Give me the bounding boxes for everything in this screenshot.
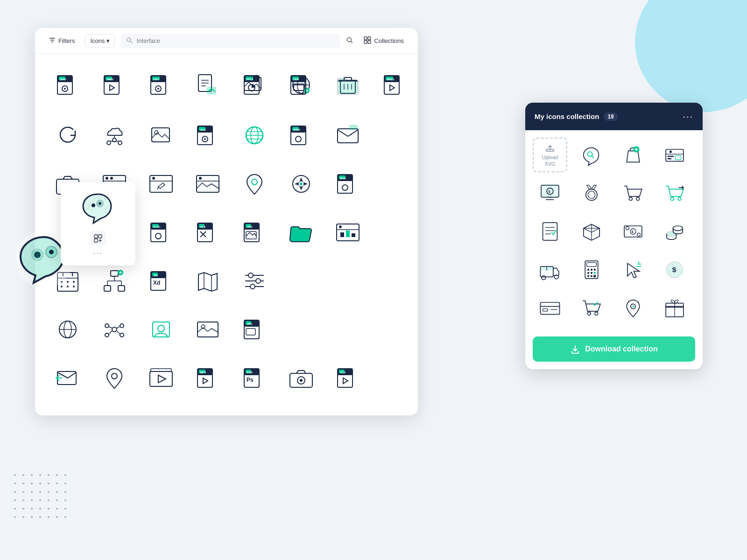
icon-flac[interactable]: .FLAC [138,209,184,256]
icon-jpg-small[interactable]: .JPG [231,306,278,353]
icon-aac[interactable]: .AAC [184,112,231,159]
collection-icon-receipt[interactable] [533,214,567,249]
svg-point-209 [99,202,101,205]
icon-user-profile[interactable] [138,306,184,353]
svg-line-97 [157,187,158,189]
svg-point-271 [591,272,592,274]
icon-location-pin[interactable] [231,161,278,207]
svg-marker-193 [203,378,208,384]
svg-marker-206 [343,378,348,384]
icon-chart-display[interactable] [324,209,371,256]
search-input[interactable] [136,37,335,44]
collection-icon-dollar-circle[interactable]: $ [657,252,692,287]
icon-aiff[interactable]: .AIFF [138,62,184,108]
filters-button[interactable]: Filters [44,34,79,48]
icon-globe-green[interactable] [231,112,278,159]
collection-title: My icons collection 19 [535,112,618,121]
icon-pptx[interactable]: .PPTX [231,62,278,108]
collection-icon-cart-check[interactable] [574,291,609,325]
icon-compass[interactable] [278,161,324,207]
icon-mail-send[interactable] [44,355,91,401]
collection-icon-medal[interactable] [574,176,609,210]
svg-rect-220 [546,149,554,151]
collection-icon-cart[interactable] [616,176,650,210]
icons-dropdown[interactable]: Icons ▾ [85,34,115,48]
svg-point-285 [587,312,591,315]
svg-point-93 [110,177,113,180]
icon-folder-open-green[interactable] [278,209,324,256]
collection-icon-box[interactable] [574,214,609,249]
icon-mp4[interactable]: .MP4 [184,355,231,401]
icon-wav[interactable]: .WAV [44,62,91,108]
icon-psd[interactable]: .PSD Ps [231,355,278,401]
chevron-down-icon: ▾ [106,37,110,44]
collection-icon-cash[interactable]: $ [616,214,650,249]
icons-dropdown-label: Icons [90,37,105,44]
icon-browser-edit[interactable] [138,161,184,207]
icon-mail[interactable] [324,112,371,159]
add-to-collection-button[interactable] [90,231,106,246]
icon-xd[interactable]: .XD Xd [138,258,184,304]
svg-line-4 [131,41,133,43]
icon-location-2[interactable] [91,355,138,401]
grid-icon [364,36,371,45]
icon-document[interactable] [184,62,231,108]
icon-network-dots[interactable] [91,306,138,353]
svg-point-84 [296,136,301,142]
icon-video-player[interactable] [138,355,184,401]
icon-globe-small[interactable] [44,306,91,353]
svg-point-101 [252,179,257,185]
collection-icon-id-card[interactable] [657,138,692,172]
svg-point-267 [587,269,589,271]
collection-icon-location[interactable] [616,291,650,325]
collection-icon-credit-card[interactable] [533,291,567,325]
icon-sliders[interactable] [231,258,278,304]
icon-m4a[interactable]: .M4A [324,161,371,207]
icon-flv[interactable]: .FLV [324,355,371,401]
icon-refresh[interactable] [44,112,91,159]
svg-rect-10 [368,41,371,43]
icon-xls[interactable]: .XLS [184,209,231,256]
upload-svg-button[interactable]: Upload SVG [533,138,567,172]
collection-icon-shopping-add[interactable] [616,138,650,172]
svg-point-169 [120,333,124,337]
icon-jpg[interactable]: .JPG [231,209,278,256]
collection-icon-coins[interactable] [657,214,692,249]
filter-icon [49,37,56,45]
collection-icons-grid: Upload SVG [525,130,703,333]
svg-point-207 [92,203,95,207]
svg-rect-229 [668,156,674,157]
svg-text:.MP4: .MP4 [199,371,206,374]
collection-icon-delivery[interactable] [533,252,567,287]
svg-point-108 [342,185,348,190]
hover-card-dots[interactable]: ··· [68,248,128,258]
svg-point-257 [637,233,641,236]
icon-odp[interactable]: .ODP [278,62,324,108]
icon-mpeg[interactable]: .MPEG [371,62,418,108]
collection-menu-button[interactable]: ··· [683,111,693,122]
collection-icon-cursor[interactable] [616,252,650,287]
icon-map-image[interactable] [184,161,231,207]
icon-cloud-network[interactable] [91,112,138,159]
download-collection-button[interactable]: Download collection [533,336,695,362]
icon-map-fold[interactable] [184,258,231,304]
icon-image-2[interactable] [184,306,231,353]
icon-image[interactable] [138,112,184,159]
icon-camera-2[interactable] [278,355,324,401]
collection-icon-price-monitor[interactable]: $ [533,176,567,210]
icon-wmv[interactable]: .WMV [91,62,138,108]
collection-icon-cart-arrow[interactable] [657,176,692,210]
search-icon-right [346,36,353,46]
collection-icon-calculator[interactable] [574,252,609,287]
hover-icon-preview [79,189,117,227]
download-label: Download collection [585,345,658,353]
collections-button[interactable]: Collections [359,34,409,48]
svg-rect-283 [543,309,548,311]
icon-folder-teal[interactable] [324,62,371,108]
icon-wma[interactable]: .WMA [278,112,324,159]
collection-icon-gift[interactable] [657,291,692,325]
svg-text:$: $ [672,266,677,273]
collection-icon-chat-search[interactable] [574,138,609,172]
svg-point-201 [300,379,303,382]
collection-panel: My icons collection 19 ··· Upload SVG [525,103,703,369]
